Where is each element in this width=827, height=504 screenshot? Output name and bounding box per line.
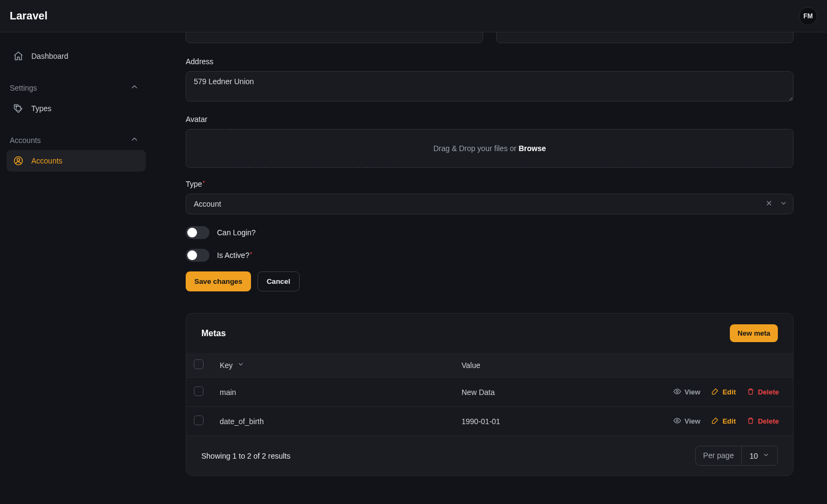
chevron-down-icon [762,451,770,460]
row-checkbox[interactable] [194,416,204,425]
per-page-selector[interactable]: Per page 10 [695,446,778,466]
user-avatar[interactable]: FM [799,7,817,25]
user-circle-icon [13,155,24,166]
cell-value: 1990-01-01 [457,417,623,426]
avatar-dropzone[interactable]: Drag & Drop your files or Browse [186,129,794,168]
tag-icon [13,103,24,114]
results-summary: Showing 1 to 2 of 2 results [201,452,290,460]
edit-action[interactable]: Edit [711,387,736,397]
chevron-up-icon [130,82,139,93]
view-action-label: View [684,388,700,396]
select-all-checkbox[interactable] [194,359,204,369]
delete-action[interactable]: Delete [747,417,779,426]
chevron-down-icon [237,360,245,370]
type-select-value: Account [194,200,221,208]
is-active-label-text: Is Active? [217,251,249,260]
dropzone-text: Drag & Drop your files or [433,144,517,153]
sidebar-group-accounts[interactable]: Accounts [6,119,146,150]
email-field[interactable] [186,32,483,43]
svg-point-2 [17,159,20,161]
column-key[interactable]: Key [220,360,457,370]
view-action-label: View [684,417,700,425]
view-action[interactable]: View [673,417,700,426]
sidebar-item-types[interactable]: Types [6,98,146,119]
main-content: Address Avatar Drag & Drop your files or… [152,32,827,504]
type-label-text: Type [186,180,202,188]
eye-icon [673,387,681,397]
cell-key: main [220,388,457,397]
per-page-label: Per page [696,446,742,465]
column-value: Value [457,361,623,370]
table-row: main New Data View Edit Delete [186,377,793,406]
pencil-icon [711,417,719,426]
dropzone-browse-link[interactable]: Browse [519,144,546,153]
can-login-label: Can Login? [217,228,256,237]
edit-action[interactable]: Edit [711,417,736,426]
sidebar-item-accounts[interactable]: Accounts [6,150,146,172]
required-asterisk: * [202,180,205,186]
pencil-icon [711,387,719,397]
phone-field[interactable] [496,32,794,43]
row-checkbox[interactable] [194,386,204,396]
clear-icon[interactable] [765,199,773,209]
address-input[interactable] [186,71,794,101]
sidebar-item-label: Accounts [31,156,63,165]
metas-title: Metas [201,329,226,338]
cancel-button[interactable]: Cancel [257,271,300,291]
svg-point-3 [676,390,679,392]
view-action[interactable]: View [673,387,700,397]
sidebar-group-settings[interactable]: Settings [6,67,146,98]
cell-value: New Data [457,388,623,397]
home-icon [13,51,24,62]
edit-action-label: Edit [722,388,736,396]
sidebar-group-label: Accounts [10,136,41,145]
chevron-up-icon [130,134,139,146]
delete-action-label: Delete [758,388,779,396]
delete-action-label: Delete [758,417,779,425]
cell-key: date_of_birth [220,417,457,426]
svg-point-4 [676,419,679,421]
edit-action-label: Edit [722,417,736,425]
per-page-value: 10 [749,452,758,460]
avatar-label: Avatar [186,115,794,124]
type-label: Type* [186,180,794,188]
sidebar: Dashboard Settings Types Accounts Accoun… [0,32,152,504]
address-label: Address [186,57,794,66]
is-active-label: Is Active?* [217,251,252,260]
table-row: date_of_birth 1990-01-01 View Edit Delet… [186,406,793,435]
eye-icon [673,417,681,426]
new-meta-button[interactable]: New meta [730,324,778,342]
sidebar-item-label: Dashboard [31,52,69,60]
column-key-label: Key [220,361,233,370]
can-login-toggle[interactable] [186,226,209,239]
is-active-toggle[interactable] [186,249,209,262]
metas-table-header: Key Value [186,353,793,377]
trash-icon [747,387,755,397]
sidebar-item-dashboard[interactable]: Dashboard [6,45,146,67]
save-button[interactable]: Save changes [186,271,251,291]
trash-icon [747,417,755,426]
app-brand: Laravel [10,10,48,22]
required-asterisk: * [250,251,252,257]
sidebar-group-label: Settings [10,84,37,92]
metas-card: Metas New meta Key Value main New Data V… [186,313,794,476]
delete-action[interactable]: Delete [747,387,779,397]
sidebar-item-label: Types [31,104,51,113]
chevron-down-icon [779,199,788,209]
type-select[interactable]: Account [186,194,794,214]
